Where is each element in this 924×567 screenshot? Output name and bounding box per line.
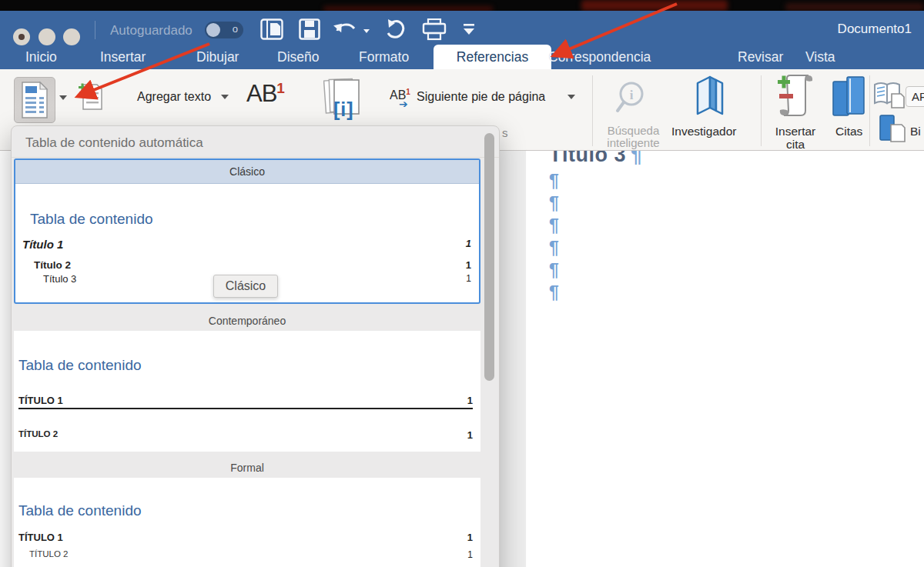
toc-item-contemporaneo-header: Contemporáneo bbox=[14, 315, 480, 327]
toc-entry-page: 1 bbox=[467, 395, 473, 406]
pilcrow-mark: ¶ bbox=[549, 282, 559, 303]
busqueda-inteligente-icon: i bbox=[614, 78, 651, 117]
estilo-book-icon bbox=[873, 82, 907, 112]
background-photo-remnant bbox=[581, 0, 728, 11]
insertar-cita-icon[interactable] bbox=[775, 74, 816, 122]
insertar-cita-label[interactable]: Insertar cita bbox=[772, 125, 819, 151]
next-footnote-sup: 1 bbox=[406, 88, 410, 96]
titlebar-divider bbox=[95, 21, 95, 39]
tab-referencias-active[interactable]: Referencias bbox=[434, 45, 551, 69]
agregar-texto-icon[interactable] bbox=[77, 82, 105, 112]
next-footnote-arrow-icon: ➔ bbox=[399, 98, 408, 110]
tab-formato[interactable]: Formato bbox=[359, 49, 409, 69]
bibliografia-label[interactable]: Bi bbox=[910, 125, 921, 138]
new-document-icon[interactable] bbox=[260, 18, 283, 40]
background-photo-remnant bbox=[323, 6, 493, 11]
undo-dropdown-caret[interactable] bbox=[363, 29, 370, 33]
pilcrow-mark: ¶ bbox=[549, 193, 559, 214]
toc-gallery-dropdown: Tabla de contenido automática Clásico Ta… bbox=[11, 125, 500, 567]
footnote-sup-glyph: 1 bbox=[276, 80, 284, 96]
toc-entry-row: Título 2 1 bbox=[22, 259, 471, 271]
group-divider bbox=[592, 75, 593, 146]
screen-top-strip bbox=[0, 0, 924, 11]
tab-insertar[interactable]: Insertar bbox=[100, 49, 146, 69]
document-title: Documento1 bbox=[838, 22, 912, 37]
autosave-toggle[interactable]: o bbox=[205, 22, 243, 38]
toc-item-clasico-band: Clásico bbox=[15, 160, 479, 184]
bibliografia-icon[interactable] bbox=[879, 114, 909, 145]
toc-entry-page: 1 bbox=[466, 259, 471, 271]
toc-entry-row: TÍTULO 2 1 bbox=[18, 429, 473, 441]
toc-entry-row: TÍTULO 1 1 bbox=[18, 532, 473, 543]
toc-entry-row: TÍTULO 1 1 bbox=[18, 395, 473, 409]
preview-title: Tabla de contenido bbox=[18, 502, 142, 519]
panel-scrollbar-thumb[interactable] bbox=[484, 133, 494, 381]
citas-icon[interactable] bbox=[830, 75, 867, 118]
table-of-contents-icon bbox=[15, 78, 55, 122]
panel-divider bbox=[12, 157, 499, 158]
tab-dibujar[interactable]: Dibujar bbox=[196, 49, 239, 69]
pilcrow-mark: ¶ bbox=[549, 171, 559, 192]
toc-entry-row: Título 1 1 bbox=[22, 238, 471, 251]
toggle-off-glyph: o bbox=[233, 23, 238, 35]
busqueda-line1: Búsqueda bbox=[597, 125, 670, 137]
toc-item-contemporaneo[interactable]: Tabla de contenido TÍTULO 1 1 TÍTULO 2 1 bbox=[14, 331, 480, 452]
investigador-label[interactable]: Investigador bbox=[671, 125, 736, 138]
toc-entry-page: 1 bbox=[467, 532, 473, 543]
footnote-ab-glyph: AB bbox=[246, 80, 276, 107]
toolbar-options-icon[interactable] bbox=[462, 23, 476, 35]
citas-label[interactable]: Citas bbox=[835, 125, 862, 138]
toc-entry-label: Título 1 bbox=[22, 238, 63, 251]
group-divider bbox=[761, 75, 762, 146]
traffic-light-dot bbox=[18, 34, 25, 40]
clipped-ribbon-label-fragment: s bbox=[502, 126, 508, 139]
toc-entry-row: TÍTULO 2 1 bbox=[18, 549, 473, 560]
traffic-light-minimize-button[interactable] bbox=[38, 28, 55, 45]
print-icon[interactable] bbox=[422, 18, 447, 41]
insert-footnote-button[interactable]: AB1 bbox=[246, 80, 284, 108]
agregar-texto-caret[interactable] bbox=[221, 95, 229, 99]
preview-title: Tabla de contenido bbox=[18, 357, 142, 374]
tab-inicio[interactable]: Inicio bbox=[25, 49, 57, 69]
tab-vista[interactable]: Vista bbox=[805, 49, 835, 69]
tab-revisar[interactable]: Revisar bbox=[738, 49, 783, 69]
toc-entry-label: TÍTULO 1 bbox=[18, 395, 63, 406]
undo-icon[interactable] bbox=[333, 18, 360, 38]
tab-correspondencia[interactable]: Correspondencia bbox=[548, 49, 651, 69]
pilcrow-mark: ¶ bbox=[631, 151, 643, 166]
toc-item-formal[interactable]: Tabla de contenido TÍTULO 1 1 TÍTULO 2 1 bbox=[14, 478, 480, 567]
svg-text:i: i bbox=[630, 88, 634, 102]
traffic-light-zoom-button[interactable] bbox=[63, 28, 80, 45]
insertar-cita-line1: Insertar bbox=[772, 125, 819, 138]
autosave-label: Autoguardado bbox=[110, 23, 192, 38]
next-footnote-icon[interactable]: AB1➔ bbox=[390, 88, 410, 102]
busqueda-inteligente-label: Búsqueda inteligente bbox=[597, 125, 670, 149]
citation-bracket-glyph: [i] bbox=[333, 98, 354, 121]
group-divider bbox=[869, 75, 870, 146]
agregar-texto-label[interactable]: Agregar texto bbox=[137, 90, 211, 104]
toc-entry-page: 1 bbox=[467, 549, 473, 560]
save-icon[interactable] bbox=[299, 18, 320, 40]
toc-item-formal-header: Formal bbox=[14, 462, 480, 474]
siguiente-pie-label[interactable]: Siguiente pie de página bbox=[417, 90, 545, 104]
traffic-light-close-button[interactable] bbox=[13, 28, 30, 45]
toc-entry-label: Título 3 bbox=[22, 273, 76, 285]
investigador-icon[interactable] bbox=[690, 75, 728, 118]
toc-entry-label: TÍTULO 2 bbox=[18, 429, 58, 441]
toc-entry-page: 1 bbox=[466, 273, 471, 285]
estilo-dropdown[interactable]: AP bbox=[906, 86, 924, 107]
table-of-contents-button[interactable] bbox=[14, 77, 55, 123]
toc-dropdown-caret[interactable] bbox=[59, 95, 67, 100]
tab-diseno[interactable]: Diseño bbox=[277, 49, 319, 69]
toc-entry-page: 1 bbox=[466, 238, 471, 251]
preview-title: Tabla de contenido bbox=[30, 211, 153, 228]
toc-entry-page: 1 bbox=[467, 429, 473, 441]
document-page[interactable]: Título 3¶ ¶ ¶ ¶ ¶ ¶ ¶ bbox=[526, 151, 924, 567]
toggle-knob-icon bbox=[206, 23, 220, 37]
document-margin-area bbox=[500, 151, 526, 567]
pilcrow-mark: ¶ bbox=[549, 238, 559, 258]
tooltip: Clásico bbox=[213, 275, 278, 298]
redo-icon[interactable] bbox=[385, 18, 407, 40]
siguiente-pie-caret[interactable] bbox=[567, 95, 575, 99]
toc-entry-label: TÍTULO 2 bbox=[18, 549, 68, 560]
